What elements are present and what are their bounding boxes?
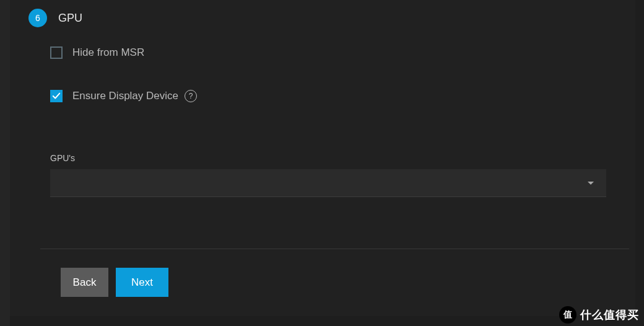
- hide-from-msr-row: Hide from MSR: [50, 46, 629, 59]
- ensure-display-checkbox[interactable]: [50, 90, 63, 102]
- step-number-badge: 6: [28, 9, 47, 27]
- step-header: 6 GPU: [28, 9, 82, 27]
- ensure-display-row: Ensure Display Device ?: [50, 90, 629, 102]
- ensure-display-label: Ensure Display Device: [72, 90, 178, 102]
- divider: [40, 249, 629, 249]
- gpu-panel: 6 GPU Hide from MSR Ensure Display Devic…: [10, 0, 635, 316]
- watermark-text: 什么值得买: [580, 307, 639, 322]
- hide-from-msr-label: Hide from MSR: [72, 46, 144, 59]
- watermark: 值 什么值得买: [559, 306, 639, 324]
- help-icon[interactable]: ?: [185, 90, 197, 102]
- gpus-label: GPU's: [50, 153, 629, 163]
- step-title: GPU: [58, 12, 82, 25]
- back-button[interactable]: Back: [61, 268, 108, 297]
- hide-from-msr-checkbox[interactable]: [50, 46, 63, 59]
- next-button[interactable]: Next: [116, 268, 168, 297]
- check-icon: [52, 92, 61, 100]
- gpus-dropdown[interactable]: [50, 169, 606, 197]
- watermark-badge-icon: 值: [559, 306, 577, 324]
- chevron-down-icon: [588, 182, 594, 185]
